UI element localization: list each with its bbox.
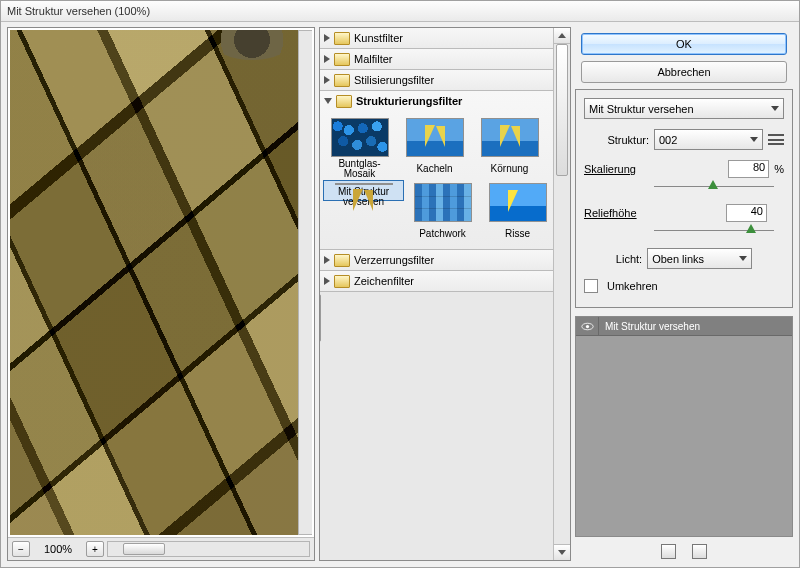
category-stilisierungsfilter[interactable]: Stilisierungsfilter	[320, 70, 570, 90]
filter-mit-struktur-versehen[interactable]: Mit Struktur versehen	[323, 180, 404, 201]
filter-name-value: Mit Struktur versehen	[589, 103, 694, 115]
filter-kacheln[interactable]: Kacheln	[398, 115, 471, 180]
filter-patchwork[interactable]: Patchwork	[406, 180, 479, 245]
categories-scrollbar[interactable]	[553, 28, 570, 560]
filter-thumbnails: Buntglas-Mosaik Kacheln Körnung Mit Stru…	[320, 111, 570, 249]
cancel-button[interactable]: Abbrechen	[581, 61, 787, 83]
visibility-toggle[interactable]	[576, 317, 599, 335]
dropdown-icon	[739, 256, 747, 261]
filter-thumb-icon	[414, 183, 472, 222]
relief-label: Reliefhöhe	[584, 207, 721, 219]
dropdown-icon	[750, 137, 758, 142]
umkehren-checkbox[interactable]	[584, 279, 598, 293]
eye-icon	[581, 322, 594, 331]
relief-slider[interactable]	[654, 224, 774, 238]
panel-splitter[interactable]	[319, 294, 321, 342]
new-effect-layer-icon[interactable]	[661, 544, 676, 559]
filter-categories-panel: Kunstfilter Malfilter Stilisierungsfilte…	[319, 27, 571, 561]
filter-thumb-label: Körnung	[491, 159, 529, 179]
filter-risse[interactable]: Risse	[481, 180, 554, 245]
window-titlebar: Mit Struktur versehen (100%)	[1, 1, 799, 22]
effect-layers-panel: Mit Struktur versehen	[575, 316, 793, 537]
folder-icon	[334, 32, 350, 45]
collapse-icon	[324, 98, 332, 104]
skalierung-label: Skalierung	[584, 163, 723, 175]
struktur-label: Struktur:	[584, 134, 649, 146]
category-label: Strukturierungsfilter	[356, 95, 462, 107]
expand-icon	[324, 277, 330, 285]
filter-thumb-label: Risse	[505, 224, 530, 244]
licht-label: Licht:	[616, 253, 642, 265]
filter-options-box: Mit Struktur versehen Struktur: 002 Skal…	[575, 89, 793, 308]
category-label: Stilisierungsfilter	[354, 74, 434, 86]
filter-thumb-icon	[406, 118, 464, 157]
category-label: Zeichenfilter	[354, 275, 414, 287]
effect-layer-name: Mit Struktur versehen	[599, 321, 700, 332]
filter-thumb-icon	[481, 118, 539, 157]
filter-thumb-icon	[335, 183, 393, 185]
umkehren-label: Umkehren	[607, 280, 658, 292]
svg-point-1	[585, 324, 588, 327]
licht-select[interactable]: Oben links	[647, 248, 752, 269]
expand-icon	[324, 55, 330, 63]
category-zeichenfilter[interactable]: Zeichenfilter	[320, 271, 570, 291]
preview-vertical-scrollbar[interactable]	[298, 30, 312, 535]
relief-input[interactable]: 40	[726, 204, 767, 222]
expand-icon	[324, 256, 330, 264]
preview-image[interactable]	[10, 30, 312, 535]
layer-actions-bar	[575, 541, 793, 561]
folder-icon	[334, 254, 350, 267]
window-title: Mit Struktur versehen (100%)	[7, 5, 150, 17]
folder-icon	[334, 74, 350, 87]
struktur-menu-icon[interactable]	[768, 134, 784, 145]
expand-icon	[324, 76, 330, 84]
filter-gallery-window: Mit Struktur versehen (100%) − 100% + Ku…	[0, 0, 800, 568]
skalierung-input[interactable]: 80	[728, 160, 769, 178]
filter-thumb-icon	[489, 183, 547, 222]
category-label: Kunstfilter	[354, 32, 403, 44]
skalierung-slider[interactable]	[654, 180, 774, 194]
expand-icon	[324, 34, 330, 42]
folder-icon	[334, 275, 350, 288]
preview-horizontal-scrollbar[interactable]	[107, 541, 310, 557]
zoom-level: 100%	[33, 543, 83, 555]
filter-koernung[interactable]: Körnung	[473, 115, 546, 180]
effect-layer-row[interactable]: Mit Struktur versehen	[576, 317, 792, 336]
settings-panel: OK Abbrechen Mit Struktur versehen Struk…	[575, 27, 793, 561]
dropdown-icon	[771, 106, 779, 111]
zoom-in-button[interactable]: +	[86, 541, 104, 557]
filter-buntglas-mosaik[interactable]: Buntglas-Mosaik	[323, 115, 396, 180]
filter-thumb-label: Patchwork	[419, 224, 466, 244]
filter-thumb-label: Buntglas-Mosaik	[324, 159, 395, 179]
folder-icon	[336, 95, 352, 108]
category-label: Malfilter	[354, 53, 393, 65]
ok-button[interactable]: OK	[581, 33, 787, 55]
struktur-value: 002	[659, 134, 677, 146]
filter-thumb-label: Kacheln	[416, 159, 452, 179]
category-kunstfilter[interactable]: Kunstfilter	[320, 28, 570, 48]
licht-value: Oben links	[652, 253, 704, 265]
zoom-out-button[interactable]: −	[12, 541, 30, 557]
category-verzerrungsfilter[interactable]: Verzerrungsfilter	[320, 250, 570, 270]
skalierung-unit: %	[774, 163, 784, 175]
category-label: Verzerrungsfilter	[354, 254, 434, 266]
category-strukturierungsfilter[interactable]: Strukturierungsfilter	[320, 91, 570, 111]
filter-thumb-icon	[331, 118, 389, 157]
struktur-select[interactable]: 002	[654, 129, 763, 150]
category-malfilter[interactable]: Malfilter	[320, 49, 570, 69]
folder-icon	[334, 53, 350, 66]
delete-effect-layer-icon[interactable]	[692, 544, 707, 559]
preview-panel: − 100% +	[7, 27, 315, 561]
filter-name-select[interactable]: Mit Struktur versehen	[584, 98, 784, 119]
